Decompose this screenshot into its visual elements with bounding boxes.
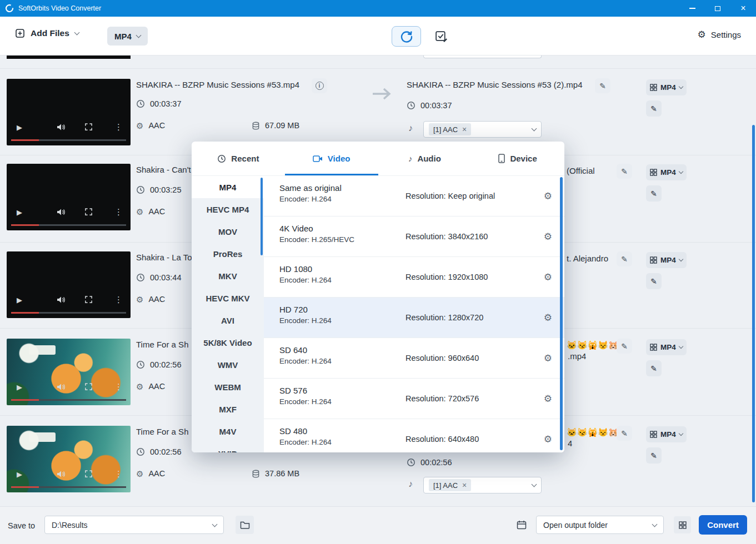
play-icon[interactable]: ▶ <box>17 209 22 216</box>
convert-button[interactable]: Convert <box>699 515 747 535</box>
close-button[interactable]: × <box>730 0 756 17</box>
fullscreen-icon[interactable] <box>84 123 93 131</box>
add-files-button[interactable]: Add Files <box>15 28 79 38</box>
play-icon[interactable]: ▶ <box>17 296 22 304</box>
format-item[interactable]: MXF <box>192 398 264 420</box>
fullscreen-icon[interactable] <box>84 470 93 478</box>
clock-icon <box>136 273 145 282</box>
edit-preset-button[interactable]: ✎ <box>646 100 662 117</box>
minimize-button[interactable] <box>679 0 705 17</box>
tab-device[interactable]: Device <box>471 142 564 175</box>
after-conversion-select[interactable]: Open output folder <box>536 516 664 534</box>
format-grid-icon <box>650 431 657 438</box>
video-thumbnail[interactable]: ▶ ⋮ <box>7 79 131 145</box>
format-item[interactable]: MP4 <box>192 176 264 198</box>
video-thumbnail[interactable]: ▶ ⋮ <box>7 251 131 318</box>
preset-row[interactable]: SD 640 Encoder: H.264 Resolution: 960x64… <box>264 338 564 379</box>
save-path-select[interactable]: D:\Results <box>44 516 224 534</box>
remove-track-icon[interactable]: × <box>462 125 467 133</box>
play-icon[interactable]: ▶ <box>17 384 22 391</box>
preset-list-scrollbar[interactable] <box>560 177 563 450</box>
format-item[interactable]: MOV <box>192 220 264 243</box>
kebab-menu-icon[interactable]: ⋮ <box>114 470 123 478</box>
audio-track-select[interactable]: [1] AAC × <box>423 477 542 493</box>
kebab-menu-icon[interactable]: ⋮ <box>114 208 123 216</box>
output-format-button[interactable]: MP4 <box>646 252 687 268</box>
volume-icon[interactable] <box>57 296 66 304</box>
preset-settings-button[interactable]: ⚙ <box>544 354 552 363</box>
video-thumbnail[interactable]: ▶ ⋮ <box>7 164 131 230</box>
info-button[interactable]: i <box>312 78 327 93</box>
output-format-button[interactable]: MP4 <box>646 79 687 95</box>
output-format-button[interactable]: MP4 <box>646 426 687 442</box>
fullscreen-icon[interactable] <box>84 382 93 391</box>
output-duration: 00:02:56 <box>407 458 452 467</box>
fullscreen-icon[interactable] <box>84 208 93 216</box>
volume-icon[interactable] <box>57 123 66 131</box>
duration-value: 00:03:25 <box>150 185 181 194</box>
format-item[interactable]: AVI <box>192 309 264 331</box>
volume-icon[interactable] <box>57 470 66 478</box>
main-scrollbar[interactable] <box>752 125 755 502</box>
format-item[interactable]: XVID <box>192 442 264 452</box>
tab-audio[interactable]: ♪ Audio <box>378 142 472 175</box>
preset-settings-button[interactable]: ⚙ <box>544 273 552 282</box>
volume-icon[interactable] <box>57 383 66 391</box>
video-thumbnail[interactable]: ▶ ⋮ <box>7 339 131 405</box>
rename-button[interactable]: ✎ <box>595 78 610 93</box>
kebab-menu-icon[interactable]: ⋮ <box>114 295 123 304</box>
kebab-menu-icon[interactable]: ⋮ <box>114 123 123 131</box>
output-format-button[interactable]: MP4 <box>646 164 687 180</box>
format-item[interactable]: WEBM <box>192 376 264 398</box>
preset-encoder: Encoder: H.264 <box>279 316 332 325</box>
grid-view-button[interactable] <box>674 516 691 533</box>
fullscreen-icon[interactable] <box>84 295 93 304</box>
preset-row[interactable]: SD 576 Encoder: H.264 Resolution: 720x57… <box>264 379 564 419</box>
preset-row-highlighted[interactable]: HD 720 Encoder: H.264 Resolution: 1280x7… <box>264 298 564 338</box>
preset-settings-button[interactable]: ⚙ <box>544 313 552 323</box>
format-item[interactable]: WMV <box>192 354 264 376</box>
preset-row[interactable]: Same as original Encoder: H.264 Resoluti… <box>264 176 564 216</box>
edit-preset-button[interactable]: ✎ <box>646 447 662 464</box>
rename-button[interactable]: ✎ <box>617 164 632 179</box>
preset-settings-button[interactable]: ⚙ <box>544 435 552 444</box>
edit-preset-button[interactable]: ✎ <box>646 360 662 376</box>
edit-preset-button[interactable]: ✎ <box>646 273 662 289</box>
preset-settings-button[interactable]: ⚙ <box>544 192 552 201</box>
format-item[interactable]: ProRes <box>192 243 264 265</box>
refresh-button[interactable] <box>392 26 421 47</box>
default-format-button[interactable]: MP4 <box>107 27 148 46</box>
rename-button[interactable]: ✎ <box>617 426 632 441</box>
format-item[interactable]: MKV <box>192 265 264 287</box>
volume-icon[interactable] <box>57 208 66 216</box>
maximize-button[interactable] <box>705 0 730 17</box>
preset-row[interactable]: 4K Video Encoder: H.265/HEVC Resolution:… <box>264 216 564 257</box>
preset-row[interactable]: HD 1080 Encoder: H.264 Resolution: 1920x… <box>264 257 564 298</box>
remove-track-icon[interactable]: × <box>462 481 467 489</box>
kebab-menu-icon[interactable]: ⋮ <box>114 382 123 391</box>
preset-encoder: Encoder: H.264 <box>279 357 332 365</box>
browse-folder-button[interactable] <box>236 516 254 534</box>
format-item[interactable]: M4V <box>192 420 264 442</box>
format-item[interactable]: HEVC MKV <box>192 287 264 309</box>
preset-row[interactable]: SD 480 Encoder: H.264 Resolution: 640x48… <box>264 419 564 452</box>
preset-settings-button[interactable]: ⚙ <box>544 232 552 241</box>
format-list-scrollbar[interactable] <box>261 178 263 255</box>
format-item[interactable]: 5K/8K Video <box>192 331 264 354</box>
settings-button[interactable]: ⚙ Settings <box>698 30 741 39</box>
output-format-button[interactable]: MP4 <box>646 339 687 355</box>
music-icon: ♪ <box>408 124 413 133</box>
tab-recent[interactable]: Recent <box>192 142 285 175</box>
play-icon[interactable]: ▶ <box>17 471 22 478</box>
edit-preset-button[interactable]: ✎ <box>646 185 662 202</box>
preset-resolution: Resolution: 3840x2160 <box>405 216 488 256</box>
rename-button[interactable]: ✎ <box>617 339 632 354</box>
tab-video[interactable]: Video <box>285 142 378 175</box>
rename-button[interactable]: ✎ <box>617 251 632 266</box>
format-item[interactable]: HEVC MP4 <box>192 198 264 220</box>
preset-settings-button[interactable]: ⚙ <box>544 394 552 404</box>
play-icon[interactable]: ▶ <box>17 124 22 131</box>
audio-track-select[interactable]: [1] AAC × <box>423 121 542 138</box>
video-thumbnail[interactable]: ▶ ⋮ <box>7 426 131 492</box>
select-edit-button[interactable] <box>434 29 448 43</box>
